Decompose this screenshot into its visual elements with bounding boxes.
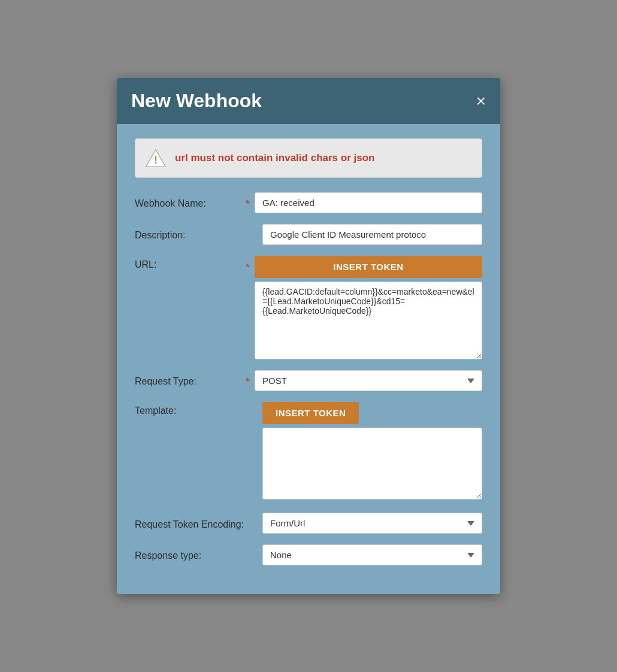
- template-insert-token-button[interactable]: INSERT TOKEN: [262, 402, 359, 424]
- request-type-select[interactable]: POST GET: [255, 370, 482, 391]
- dialog-body: ! url must not contain invalid chars or …: [117, 124, 500, 594]
- response-type-label: Response type:: [135, 544, 246, 561]
- warning-icon: !: [145, 147, 167, 169]
- webhook-name-label: Webhook Name:: [135, 192, 246, 209]
- request-token-select[interactable]: Form/Url None UTF-8: [262, 513, 482, 534]
- template-textarea[interactable]: [262, 428, 482, 500]
- url-label: URL:: [135, 256, 246, 270]
- request-type-required: *: [246, 370, 250, 389]
- description-input[interactable]: [262, 224, 482, 245]
- response-type-select[interactable]: None JSON XML: [262, 544, 482, 565]
- svg-text:!: !: [154, 155, 157, 165]
- response-type-control: None JSON XML: [262, 544, 482, 565]
- request-token-row: Request Token Encoding: Form/Url None UT…: [135, 513, 482, 534]
- error-banner: ! url must not contain invalid chars or …: [135, 138, 482, 178]
- request-token-control: Form/Url None UTF-8: [262, 513, 482, 534]
- url-control: INSERT TOKEN <span class="dotted-underli…: [255, 256, 482, 359]
- dialog-header: New Webhook ×: [117, 78, 500, 124]
- request-token-label: Request Token Encoding:: [135, 513, 246, 531]
- request-type-label: Request Type:: [135, 370, 246, 387]
- description-row: Description:: [135, 224, 482, 245]
- url-textarea[interactable]: <span class="dotted-underline">{{lead.GA…: [255, 281, 482, 359]
- new-webhook-dialog: New Webhook × ! url must not contain inv…: [117, 78, 500, 594]
- description-control: [262, 224, 482, 245]
- template-control: INSERT TOKEN: [262, 402, 482, 502]
- error-message: url must not contain invalid chars or js…: [175, 152, 374, 164]
- request-type-control: POST GET: [255, 370, 482, 391]
- url-row: URL: * INSERT TOKEN <span class="dotted-…: [135, 256, 482, 359]
- webhook-name-input[interactable]: [255, 192, 482, 213]
- webhook-name-row: Webhook Name: *: [135, 192, 482, 213]
- description-label: Description:: [135, 224, 246, 241]
- request-type-row: Request Type: * POST GET: [135, 370, 482, 391]
- webhook-name-control: [255, 192, 482, 213]
- close-button[interactable]: ×: [476, 93, 486, 110]
- url-insert-token-button[interactable]: INSERT TOKEN: [255, 256, 482, 278]
- dialog-title: New Webhook: [131, 90, 262, 112]
- template-row: Template: INSERT TOKEN: [135, 402, 482, 502]
- response-type-row: Response type: None JSON XML: [135, 544, 482, 565]
- template-label: Template:: [135, 402, 246, 416]
- url-required: *: [246, 256, 250, 274]
- webhook-name-required: *: [246, 192, 250, 211]
